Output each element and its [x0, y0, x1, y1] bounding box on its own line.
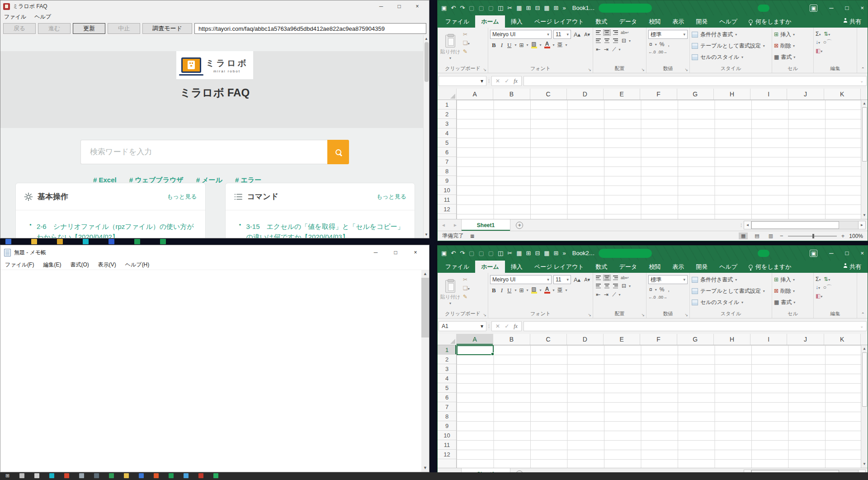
scroll-right-icon[interactable]: ►	[858, 221, 866, 229]
row-header[interactable]: 3	[438, 364, 456, 374]
accounting-format-icon[interactable]: ¤	[648, 286, 653, 293]
column-header[interactable]: C	[530, 334, 567, 345]
desktop-icon[interactable]	[83, 239, 89, 244]
start-button[interactable]: ⊞	[5, 473, 9, 478]
tell-me-box[interactable]: 何をしますか	[743, 15, 797, 28]
scroll-up-icon[interactable]: ▲	[863, 100, 866, 107]
notepad-scrollbar[interactable]: ▲ ▼	[421, 270, 429, 472]
phonetic-icon[interactable]: 亜	[557, 286, 564, 294]
clear-icon[interactable]: ◧▾	[816, 293, 832, 299]
qat-icon[interactable]: ▢	[478, 250, 484, 257]
column-header[interactable]: F	[640, 334, 677, 345]
align-right-icon[interactable]	[612, 283, 619, 289]
qat-icon[interactable]: ⊞	[554, 250, 559, 257]
name-box[interactable]: A1▾	[439, 321, 486, 331]
scroll-up-icon[interactable]: ▲	[425, 35, 428, 42]
column-header[interactable]: D	[567, 334, 604, 345]
dialog-launcher-icon[interactable]: ↘	[483, 67, 486, 72]
taskbar-icon[interactable]	[19, 473, 24, 478]
more-link[interactable]: もっと見る	[377, 193, 406, 201]
ribbon-tab[interactable]: 校閲	[643, 15, 666, 28]
qat-icon[interactable]: ▢	[488, 5, 494, 11]
ribbon-tab[interactable]: 表示	[666, 15, 690, 28]
scroll-up-icon[interactable]: ▲	[863, 345, 866, 352]
align-top-icon[interactable]	[595, 275, 602, 280]
scroll-up-icon[interactable]: ▲	[423, 270, 427, 278]
format-as-table-button[interactable]: テーブルとして書式設定▾	[692, 41, 770, 50]
scrollbar-thumb[interactable]	[862, 352, 867, 407]
page-break-icon[interactable]: ▥	[766, 233, 775, 239]
row-header[interactable]: 2	[438, 109, 456, 119]
find-select-icon[interactable]: ○⌒	[823, 39, 832, 45]
column-header[interactable]: F	[640, 89, 677, 100]
active-cell-a1[interactable]	[457, 345, 494, 355]
taskbar-icon[interactable]	[154, 473, 159, 478]
normal-view-icon[interactable]: ▦	[739, 233, 748, 239]
ribbon-tab[interactable]: 数式	[590, 15, 613, 28]
qat-icon[interactable]: ▢	[469, 5, 474, 11]
align-bottom-icon[interactable]	[612, 30, 619, 35]
column-header[interactable]: G	[677, 89, 714, 100]
find-select-icon[interactable]: ○⌒	[823, 284, 832, 290]
forward-button[interactable]: 進む	[38, 23, 71, 34]
cancel-icon[interactable]: ✕	[495, 323, 500, 329]
fill-color-icon[interactable]: ▨	[530, 42, 538, 48]
insert-cells-button[interactable]: ⊞挿入▾	[774, 275, 811, 284]
scroll-down-icon[interactable]: ▼	[425, 231, 428, 238]
formula-input[interactable]: ⌄	[524, 321, 867, 331]
row-header[interactable]: 6	[438, 147, 456, 157]
align-left-icon[interactable]	[595, 283, 602, 289]
sheet-grid[interactable]	[457, 345, 861, 468]
qat-icon[interactable]: ↶	[451, 250, 456, 257]
ribbon-tab[interactable]: ファイル	[439, 261, 475, 273]
add-sheet-icon[interactable]: +	[516, 222, 523, 229]
row-header[interactable]: 1	[438, 100, 456, 109]
ribbon-tab[interactable]: データ	[613, 261, 643, 273]
row-header[interactable]: 12	[438, 450, 456, 459]
delete-cells-button[interactable]: ⊠削除▾	[774, 41, 811, 50]
ribbon-tab[interactable]: 挿入	[505, 15, 528, 28]
align-center-icon[interactable]	[604, 38, 610, 43]
italic-button[interactable]: I	[500, 42, 504, 49]
fill-icon[interactable]: ↓▾ ○⌒	[816, 284, 832, 291]
column-header[interactable]: E	[604, 89, 640, 100]
qat-icon[interactable]: ↷	[460, 5, 465, 11]
dialog-launcher-icon[interactable]: ↘	[684, 313, 688, 317]
percent-icon[interactable]: %	[659, 41, 665, 48]
inspect-mode-button[interactable]: 調査モード	[142, 23, 192, 34]
qat-icon[interactable]: ▣	[441, 250, 447, 257]
share-button[interactable]: 共有	[844, 261, 868, 273]
menu-item[interactable]: 表示(V)	[98, 261, 116, 269]
scrollbar-thumb[interactable]	[862, 107, 867, 162]
maximize-icon[interactable]: □	[390, 0, 408, 12]
decrease-font-icon[interactable]: A▾	[583, 277, 591, 283]
zoom-in-icon[interactable]: +	[841, 233, 845, 239]
orientation-icon[interactable]: ⟋	[611, 46, 617, 52]
ribbon-tab[interactable]: データ	[613, 15, 643, 28]
zoom-level[interactable]: 100%	[849, 233, 863, 239]
qat-icon[interactable]: ⊞	[526, 5, 531, 11]
collapse-ribbon-icon[interactable]: ⌃	[861, 67, 865, 71]
row-header[interactable]: 7	[438, 402, 456, 412]
row-header[interactable]: 3	[438, 119, 456, 128]
cancel-icon[interactable]: ✕	[495, 78, 500, 84]
accounting-format-icon[interactable]: ¤	[648, 41, 653, 48]
notepad-text-area[interactable]	[0, 270, 421, 472]
row-header[interactable]: 4	[438, 374, 456, 383]
enter-icon[interactable]: ✓	[505, 323, 509, 329]
horizontal-scrollbar[interactable]: ◄ ►	[742, 219, 868, 231]
comma-icon[interactable]: ,	[667, 286, 670, 293]
qat-icon[interactable]: ↶	[451, 5, 456, 11]
qat-icon[interactable]: ▦	[544, 5, 549, 11]
vertical-scrollbar[interactable]: ▲ ▼	[861, 100, 868, 219]
copy-icon[interactable]: ❏▾	[463, 285, 470, 291]
row-header[interactable]: 9	[438, 176, 456, 185]
close-icon[interactable]: ×	[408, 0, 426, 12]
search-button[interactable]	[327, 140, 349, 164]
search-input[interactable]	[80, 140, 327, 164]
back-button[interactable]: 戻る	[3, 23, 36, 34]
percent-icon[interactable]: %	[659, 286, 665, 293]
ribbon-display-icon[interactable]: ▣	[810, 5, 817, 12]
orientation-icon[interactable]: ⟋	[611, 291, 617, 298]
paste-button[interactable]: 貼り付け▾	[439, 275, 461, 310]
